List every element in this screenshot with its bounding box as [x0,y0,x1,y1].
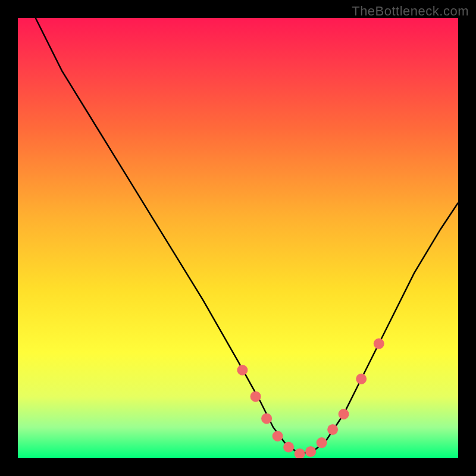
highlight-point [237,365,248,375]
chart-frame: TheBottleneck.com [0,0,476,476]
highlight-point [305,446,316,457]
highlight-point [273,431,283,441]
watermark-text: TheBottleneck.com [352,4,469,19]
highlight-point [339,409,349,419]
highlight-points-group [237,339,384,458]
gradient-plot-area [18,18,458,458]
plot-svg [18,18,458,458]
highlight-point [250,391,261,402]
highlight-point [327,424,338,435]
highlight-point [356,374,367,384]
highlight-point [295,449,305,458]
highlight-point [261,413,272,424]
bottleneck-curve [36,18,458,454]
highlight-point [283,442,294,453]
highlight-point [374,339,384,349]
highlight-point [317,437,327,448]
